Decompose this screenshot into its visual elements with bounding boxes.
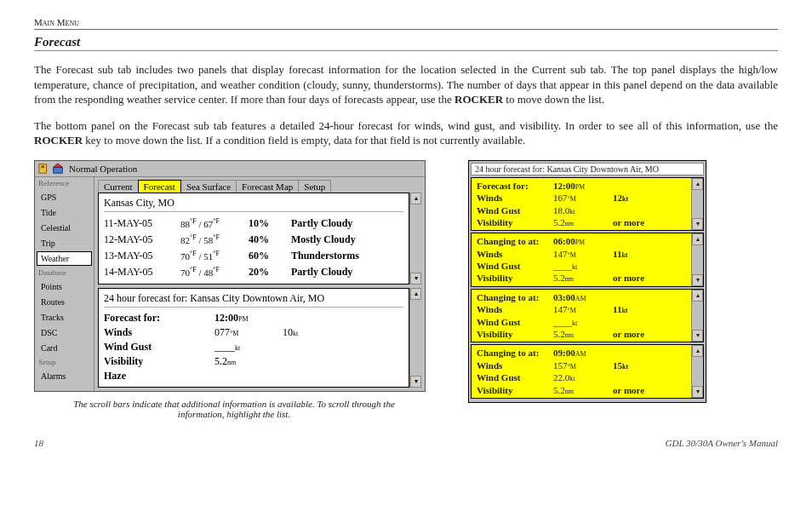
tabstrip: Current Forecast Sea Surface Forecast Ma… bbox=[94, 177, 425, 193]
scroll-up-icon[interactable]: ▴ bbox=[692, 290, 703, 302]
scroll-down-icon[interactable]: ▾ bbox=[692, 386, 703, 398]
rocker-kw-2: ROCKER bbox=[34, 134, 83, 147]
val-wind-spd: 10 bbox=[283, 326, 293, 338]
daily-precip: 60% bbox=[249, 250, 291, 262]
daily-date: 12-MAY-05 bbox=[104, 233, 180, 246]
tab-sea-surface[interactable]: Sea Surface bbox=[180, 180, 237, 193]
daily-condition: Thunderstorms bbox=[291, 250, 403, 262]
breadcrumb: Main Menu bbox=[34, 17, 778, 30]
block-gust-label: Wind Gust bbox=[477, 316, 553, 328]
block-ormore: or more bbox=[613, 384, 686, 396]
daily-precip: 40% bbox=[249, 233, 291, 246]
daily-row: 12-MAY-0582°F / 58°F40%Mostly Cloudy bbox=[104, 232, 403, 248]
block-winds-label: Winds bbox=[477, 303, 553, 315]
daily-row: 14-MAY-0570°F / 48°F20%Partly Cloudy bbox=[104, 264, 403, 280]
val-vis-unit: nm bbox=[227, 359, 236, 366]
val-time: 12:00 bbox=[214, 312, 238, 324]
gps-window: Normal Operation Reference GPS Tide Cele… bbox=[34, 160, 426, 392]
block-header-label: Changing to at: bbox=[477, 347, 553, 359]
daily-precip: 10% bbox=[249, 217, 291, 230]
block-header-label: Changing to at: bbox=[477, 291, 553, 303]
block-scrollbar[interactable]: ▴▾ bbox=[691, 290, 703, 342]
lbl-gust: Wind Gust bbox=[104, 341, 214, 354]
val-wind-dir: 077 bbox=[214, 326, 230, 338]
block-vis-label: Visibility bbox=[477, 328, 553, 340]
daily-condition: Partly Cloudy bbox=[291, 217, 403, 230]
block-gust-label: Wind Gust bbox=[477, 204, 553, 216]
scroll-up-icon[interactable]: ▴ bbox=[410, 193, 421, 204]
scroll-up-icon[interactable]: ▴ bbox=[692, 178, 703, 190]
val-ampm: PM bbox=[238, 315, 249, 323]
daily-condition: Mostly Cloudy bbox=[291, 233, 403, 246]
manual-title: GDL 30/30A Owner's Manual bbox=[666, 438, 778, 448]
val-wind-spd-unit: kt bbox=[293, 330, 298, 337]
val-gust: ____ bbox=[214, 341, 235, 353]
block-vis-label: Visibility bbox=[477, 216, 553, 228]
scroll-down-icon[interactable]: ▾ bbox=[410, 376, 421, 388]
block-gust-label: Wind Gust bbox=[477, 260, 553, 272]
side-item-tracks[interactable]: Tracks bbox=[37, 310, 92, 325]
block-ormore: or more bbox=[613, 328, 686, 340]
svg-marker-3 bbox=[54, 164, 63, 167]
right-panel-title: 24 hour forecast for: Kansas City Downto… bbox=[471, 163, 704, 175]
daily-scrollbar[interactable]: ▴ ▾ bbox=[409, 193, 421, 285]
scroll-down-icon[interactable]: ▾ bbox=[410, 273, 421, 285]
block-winds-label: Winds bbox=[477, 248, 553, 260]
svg-rect-1 bbox=[42, 165, 45, 168]
block-scrollbar[interactable]: ▴▾ bbox=[691, 178, 703, 231]
tab-setup[interactable]: Setup bbox=[298, 180, 331, 193]
block-ormore: or more bbox=[613, 216, 686, 228]
daily-panel: Kansas City, MO 11-MAY-0588°F / 67°F10%P… bbox=[98, 193, 409, 285]
daily-row: 11-MAY-0588°F / 67°F10%Partly Cloudy bbox=[104, 216, 403, 232]
block-ormore: or more bbox=[613, 272, 686, 284]
scroll-up-icon[interactable]: ▴ bbox=[692, 345, 703, 357]
gps-sidebar: Reference GPS Tide Celestial Trip Weathe… bbox=[35, 177, 94, 391]
daily-date: 11-MAY-05 bbox=[104, 217, 180, 230]
scroll-up-icon[interactable]: ▴ bbox=[410, 288, 421, 300]
svg-rect-0 bbox=[39, 164, 47, 173]
scroll-up-icon[interactable]: ▴ bbox=[692, 233, 703, 245]
side-item-celestial[interactable]: Celestial bbox=[37, 221, 92, 235]
app-icon-2 bbox=[52, 163, 64, 175]
side-group-reference: Reference bbox=[35, 177, 94, 189]
scroll-down-icon[interactable]: ▾ bbox=[692, 274, 703, 286]
side-item-points[interactable]: Points bbox=[37, 279, 92, 294]
val-wind-unit: °M bbox=[230, 330, 238, 337]
tab-forecast[interactable]: Forecast bbox=[138, 180, 181, 193]
block-scrollbar[interactable]: ▴▾ bbox=[691, 233, 703, 286]
scroll-down-icon[interactable]: ▾ bbox=[692, 218, 703, 230]
tab-current[interactable]: Current bbox=[98, 180, 139, 193]
side-item-routes[interactable]: Routes bbox=[37, 295, 92, 309]
side-item-weather[interactable]: Weather bbox=[37, 251, 92, 266]
paragraph-2: The bottom panel on the Forecast sub tab… bbox=[34, 118, 778, 148]
para2-text-a: The bottom panel on the Forecast sub tab… bbox=[34, 119, 778, 132]
scroll-down-icon[interactable]: ▾ bbox=[692, 330, 703, 342]
side-item-alarms[interactable]: Alarms bbox=[37, 369, 92, 383]
side-item-gps[interactable]: GPS bbox=[37, 190, 92, 204]
tab-forecast-map[interactable]: Forecast Map bbox=[236, 180, 299, 193]
paragraph-1: The Forecast sub tab includes two panels… bbox=[34, 62, 778, 107]
block-vis-label: Visibility bbox=[477, 384, 553, 396]
app-icon-1 bbox=[38, 163, 50, 175]
side-item-dsc[interactable]: DSC bbox=[37, 325, 92, 340]
forecast-block: Changing to at:06:00PMWinds147°M11ktWind… bbox=[471, 233, 704, 287]
lbl-vis: Visibility bbox=[104, 355, 214, 368]
location-text: Kansas City, MO bbox=[104, 197, 403, 212]
daily-row: 13-MAY-0570°F / 51°F60%Thunderstorms bbox=[104, 248, 403, 264]
side-item-tide[interactable]: Tide bbox=[37, 205, 92, 220]
daily-temps: 88°F / 67°F bbox=[180, 217, 249, 230]
para1-text-a: The Forecast sub tab includes two panels… bbox=[34, 63, 778, 106]
forecast-block: Changing to at:09:00AMWinds157°M15ktWind… bbox=[471, 344, 704, 399]
side-item-card[interactable]: Card bbox=[37, 341, 92, 355]
hourly-scrollbar[interactable]: ▴ ▾ bbox=[409, 288, 421, 388]
forecast-block: Forecast for:12:00PMWinds167°M12ktWind G… bbox=[471, 177, 704, 232]
block-vis-label: Visibility bbox=[477, 272, 553, 284]
side-group-database: Database bbox=[35, 267, 94, 279]
side-group-setup: Setup bbox=[35, 356, 94, 368]
daily-temps: 70°F / 51°F bbox=[180, 250, 249, 262]
block-winds-label: Winds bbox=[477, 359, 553, 371]
page-footer: 18 GDL 30/30A Owner's Manual bbox=[34, 438, 778, 448]
side-item-trip[interactable]: Trip bbox=[37, 236, 92, 250]
block-scrollbar[interactable]: ▴▾ bbox=[691, 345, 703, 398]
forecast-block: Changing to at:03:00AMWinds147°M11ktWind… bbox=[471, 289, 704, 343]
